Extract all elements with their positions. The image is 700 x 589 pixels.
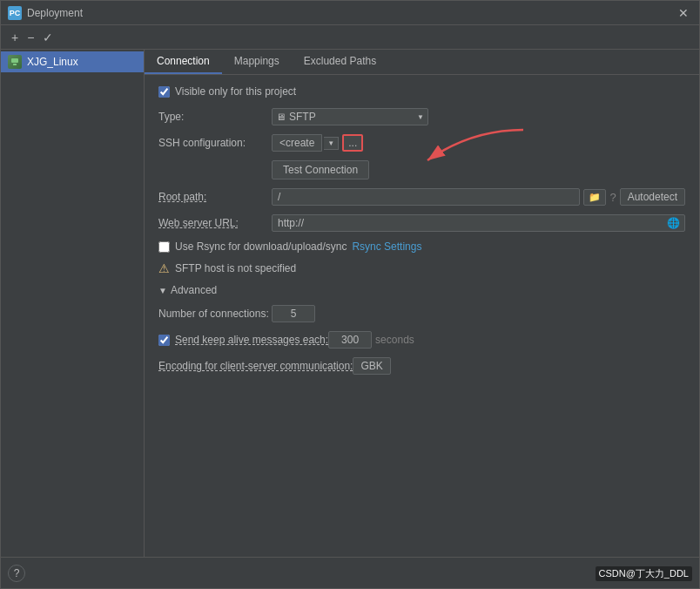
encoding-value-button[interactable]: GBK [353,357,390,375]
folder-icon-button[interactable]: 📁 [583,189,606,206]
window-title: Deployment [27,7,83,19]
root-path-wrapper: 📁 ? Autodetect [272,188,685,206]
connections-label: Number of connections: [158,308,272,320]
pc-icon: PC [8,6,22,20]
title-bar-left: PC Deployment [8,6,83,20]
sidebar: XJG_Linux [1,50,145,557]
sidebar-item-label: XJG_Linux [27,56,78,68]
autodetect-button[interactable]: Autodetect [620,188,685,206]
ssh-config-label: SSH configuration: [158,137,272,149]
type-value: SFTP [289,111,316,123]
visible-only-checkbox[interactable] [158,86,170,98]
keepalive-unit: seconds [375,334,414,346]
tabs: Connection Mappings Excluded Paths [145,50,699,75]
warning-row: ⚠ SFTP host is not specified [158,261,685,275]
rsync-row: Use Rsync for download/upload/sync Rsync… [158,240,685,253]
tab-excluded-paths[interactable]: Excluded Paths [292,50,388,74]
sidebar-item-xjg-linux[interactable]: XJG_Linux [1,51,144,72]
type-row: Type: 🖥 SFTP ▼ [158,108,685,125]
close-button[interactable]: ✕ [675,6,692,20]
keepalive-label: Send keep alive messages each: [175,334,328,346]
advanced-title: Advanced [171,284,217,296]
triangle-down-icon: ▼ [158,286,167,295]
server-icon [8,55,22,69]
advanced-section: ▼ Advanced Number of connections: Send k… [158,284,685,375]
warning-text: SFTP host is not specified [175,262,296,274]
advanced-header[interactable]: ▼ Advanced [158,284,685,296]
web-server-input[interactable] [272,214,685,232]
url-wrapper: 🌐 [272,214,685,232]
bottom-bar: ? [1,557,699,588]
type-label: Type: [158,111,272,123]
panel-content: Visible only for this project Type: 🖥 SF… [145,75,699,557]
keepalive-row: Send keep alive messages each: seconds [158,331,685,349]
keepalive-input[interactable] [328,331,372,349]
main-content: XJG_Linux Connection Mappings Excluded P… [1,50,699,557]
ssh-create-arrow-button[interactable]: ▼ [324,137,339,150]
svg-rect-0 [11,58,18,63]
rsync-checkbox[interactable] [158,241,170,253]
encoding-label: Encoding for client-server communication… [158,360,353,372]
sftp-icon: 🖥 [276,112,286,122]
watermark: CSDN@丁大力_DDL [596,566,692,581]
chevron-down-icon: ▼ [417,113,424,121]
title-bar: PC Deployment ✕ [1,1,699,25]
connections-row: Number of connections: [158,305,685,322]
web-server-label: Web server URL: [158,217,272,229]
web-server-row: Web server URL: 🌐 [158,214,685,232]
ssh-config-row: SSH configuration: <create ▼ ... [158,134,685,152]
ssh-config-wrapper: <create ▼ ... [272,134,363,152]
root-path-label: Root path: [158,191,272,203]
visible-only-label: Visible only for this project [175,85,296,98]
root-path-input[interactable] [272,188,580,206]
ssh-create-label: <create [279,137,314,149]
right-panel: Connection Mappings Excluded Paths Visib… [145,50,699,557]
rsync-label: Use Rsync for download/upload/sync [175,240,347,253]
test-connection-button[interactable]: Test Connection [272,160,369,179]
check-button[interactable]: ✓ [39,29,57,46]
remove-button[interactable]: − [24,29,37,46]
help-button[interactable]: ? [8,565,25,582]
connections-input[interactable] [272,305,315,322]
warning-icon: ⚠ [158,261,170,275]
ssh-ellipsis-button[interactable]: ... [342,134,363,152]
keepalive-checkbox[interactable] [158,335,170,346]
root-path-row: Root path: 📁 ? Autodetect [158,188,685,206]
globe-icon: 🌐 [667,217,680,229]
svg-rect-1 [13,64,17,65]
toolbar: + − ✓ [1,25,699,50]
test-connection-row: Test Connection [158,160,685,179]
help-icon[interactable]: ? [609,191,616,204]
type-dropdown[interactable]: 🖥 SFTP ▼ [272,108,428,125]
encoding-row: Encoding for client-server communication… [158,357,685,375]
tab-mappings[interactable]: Mappings [222,50,292,74]
ssh-create-button[interactable]: <create [272,134,322,152]
add-button[interactable]: + [8,29,22,46]
tab-connection[interactable]: Connection [145,50,222,74]
dialog-window: PC Deployment ✕ + − ✓ XJG_Linux [0,0,700,589]
title-bar-actions: ✕ [675,6,692,20]
rsync-settings-link[interactable]: Rsync Settings [352,240,421,253]
visible-only-row: Visible only for this project [158,85,685,98]
